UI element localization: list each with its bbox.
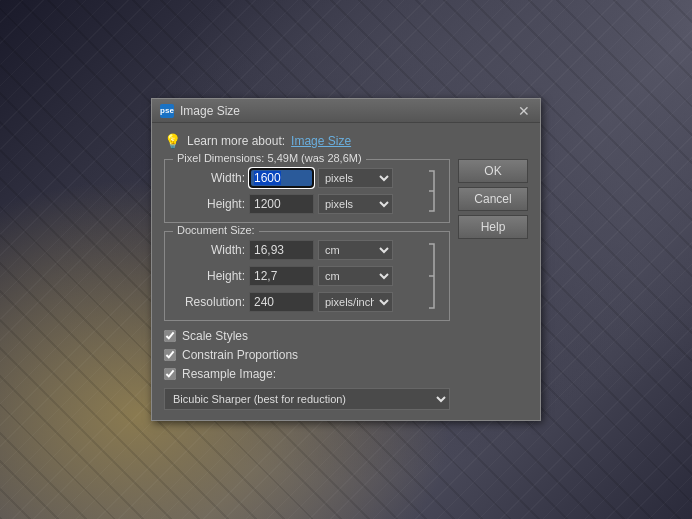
- doc-resolution-unit-select[interactable]: pixels/inch pixels/cm: [318, 292, 393, 312]
- pixel-dimensions-group: Pixel Dimensions: 5,49M (was 28,6M) Widt…: [164, 159, 450, 223]
- doc-width-input[interactable]: [249, 240, 314, 260]
- resample-method-select[interactable]: Bicubic Sharper (best for reduction) Bic…: [164, 388, 450, 410]
- doc-resolution-row: Resolution: pixels/inch pixels/cm: [175, 292, 415, 312]
- pixel-width-row: Width: pixels percent: [175, 168, 415, 188]
- close-button[interactable]: ✕: [516, 104, 532, 118]
- doc-width-row: Width: cm mm inches pixels: [175, 240, 415, 260]
- doc-resolution-input[interactable]: [249, 292, 314, 312]
- doc-link-bracket: [422, 242, 436, 310]
- lightbulb-icon: 💡: [164, 133, 181, 149]
- pixel-link-bracket: [422, 169, 436, 213]
- learn-more-text: Learn more about:: [187, 134, 285, 148]
- main-content: Pixel Dimensions: 5,49M (was 28,6M) Widt…: [164, 159, 528, 410]
- doc-width-unit-select[interactable]: cm mm inches pixels: [318, 240, 393, 260]
- right-buttons: OK Cancel Help: [458, 159, 528, 410]
- pixel-width-input[interactable]: [249, 168, 314, 188]
- pixel-dimensions-label: Pixel Dimensions: 5,49M (was 28,6M): [173, 152, 366, 164]
- document-size-group: Document Size: Width: cm mm inches pix: [164, 231, 450, 321]
- resample-image-label[interactable]: Resample Image:: [182, 367, 276, 381]
- pixel-height-row: Height: pixels percent: [175, 194, 415, 214]
- pixel-height-label: Height:: [175, 197, 245, 211]
- constrain-proportions-label[interactable]: Constrain Proportions: [182, 348, 298, 362]
- dialog-titlebar: pse Image Size ✕: [152, 99, 540, 123]
- doc-width-label: Width:: [175, 243, 245, 257]
- ok-button[interactable]: OK: [458, 159, 528, 183]
- resample-image-row: Resample Image:: [164, 367, 450, 381]
- learn-more-link[interactable]: Image Size: [291, 134, 351, 148]
- scale-styles-row: Scale Styles: [164, 329, 450, 343]
- image-size-dialog: pse Image Size ✕ 💡 Learn more about: Ima…: [151, 98, 541, 421]
- constrain-proportions-checkbox[interactable]: [164, 349, 176, 361]
- left-panel: Pixel Dimensions: 5,49M (was 28,6M) Widt…: [164, 159, 450, 410]
- learn-more-row: 💡 Learn more about: Image Size: [164, 133, 528, 149]
- dialog-title: Image Size: [180, 104, 240, 118]
- pixel-height-unit-select[interactable]: pixels percent: [318, 194, 393, 214]
- titlebar-left: pse Image Size: [160, 104, 240, 118]
- pixel-height-input[interactable]: [249, 194, 314, 214]
- dialog-body: 💡 Learn more about: Image Size Pixel Dim…: [152, 123, 540, 420]
- scale-styles-checkbox[interactable]: [164, 330, 176, 342]
- doc-height-unit-select[interactable]: cm mm inches: [318, 266, 393, 286]
- doc-height-input[interactable]: [249, 266, 314, 286]
- pixel-width-label: Width:: [175, 171, 245, 185]
- resample-image-checkbox[interactable]: [164, 368, 176, 380]
- doc-height-row: Height: cm mm inches: [175, 266, 415, 286]
- help-button[interactable]: Help: [458, 215, 528, 239]
- doc-height-label: Height:: [175, 269, 245, 283]
- pixel-width-unit-select[interactable]: pixels percent: [318, 168, 393, 188]
- document-size-label: Document Size:: [173, 224, 259, 236]
- ps-icon: pse: [160, 104, 174, 118]
- doc-resolution-label: Resolution:: [175, 295, 245, 309]
- cancel-button[interactable]: Cancel: [458, 187, 528, 211]
- scale-styles-label[interactable]: Scale Styles: [182, 329, 248, 343]
- constrain-proportions-row: Constrain Proportions: [164, 348, 450, 362]
